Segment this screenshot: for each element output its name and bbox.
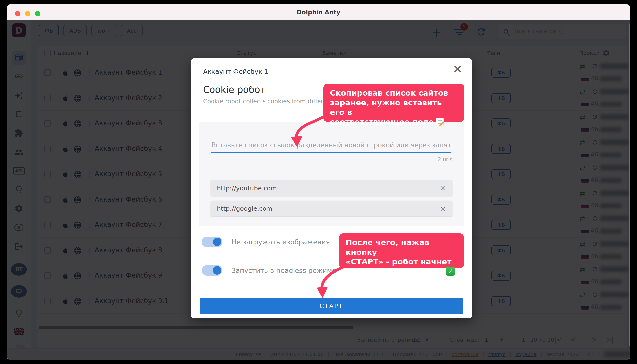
no-images-toggle[interactable] (202, 236, 222, 247)
memo-emoji (436, 118, 444, 126)
vertical-scrollbar[interactable] (628, 24, 630, 346)
url-text: http://google.com (217, 205, 440, 212)
remove-url-icon[interactable]: × (440, 184, 446, 192)
toggle-label: Запустить в headless режиме (232, 267, 336, 274)
headless-toggle[interactable] (202, 265, 222, 276)
toggle-label: Не загружать изображения (232, 238, 330, 246)
window-title: Dolphin Anty (7, 4, 630, 20)
url-list-input[interactable] (210, 141, 451, 152)
modal-heading: Cookie робот (203, 84, 265, 95)
check-emoji (446, 267, 455, 276)
url-count: 2 urls (438, 157, 452, 163)
close-icon[interactable]: × (452, 63, 462, 74)
screenshot-root: Dolphin Anty D (0, 0, 637, 364)
macos-titlebar: Dolphin Anty (7, 4, 630, 20)
annotation-callout-paste: Скопировав список сайтов заранее, нужно … (324, 84, 464, 122)
modal-subtitle: Cookie robot collects cookies from diffe… (203, 98, 331, 105)
url-row: http://google.com × (210, 200, 452, 216)
url-row: http://youtube.com × (210, 180, 452, 196)
annotation-callout-start: После чего, нажав кнопку «СТАРТ» - робот… (339, 234, 464, 268)
url-panel: 2 urls http://youtube.com × http://googl… (199, 122, 464, 226)
toggle-row-images: Не загружать изображения (202, 236, 330, 247)
remove-url-icon[interactable]: × (440, 204, 446, 213)
toggle-row-headless: Запустить в headless режиме (202, 265, 336, 276)
start-button[interactable]: СТАРТ (200, 298, 463, 314)
modal-profile-title: Аккаунт Фейсбук 1 (203, 68, 268, 76)
url-text: http://youtube.com (217, 184, 440, 192)
